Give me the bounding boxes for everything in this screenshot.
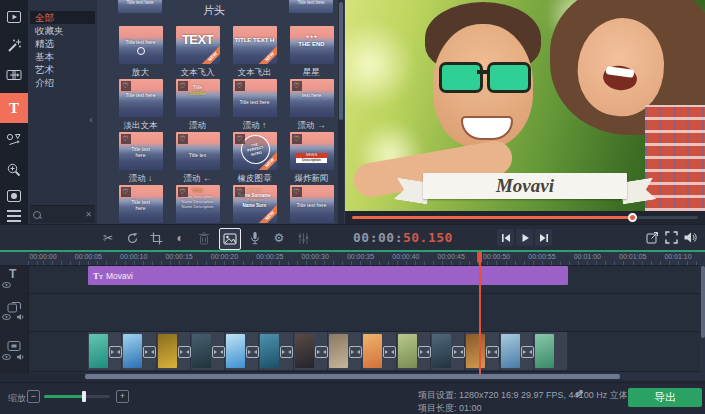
collapse-panel-chevron-icon[interactable]: ‹ (86, 110, 96, 128)
vertical-scrollbar-thumb[interactable] (701, 266, 705, 338)
zoom-in-button[interactable]: + (116, 390, 129, 403)
gallery-scrollbar-thumb[interactable] (339, 2, 343, 120)
transition-icon[interactable] (486, 346, 499, 358)
transition-icon[interactable] (521, 346, 534, 358)
video-clip[interactable] (431, 332, 465, 370)
video-clip[interactable] (397, 332, 431, 370)
category-item[interactable]: 全部 (30, 11, 95, 24)
favorite-heart-icon[interactable]: ♡ (235, 134, 245, 144)
template-item[interactable]: ♡Title text here漂动 ↑ (226, 79, 283, 132)
favorite-heart-icon[interactable]: ♡ (121, 81, 131, 91)
video-track-mute-icon[interactable] (16, 353, 25, 361)
volume-icon[interactable] (683, 230, 698, 245)
record-audio-icon[interactable] (245, 228, 265, 248)
transition-icon[interactable] (349, 346, 362, 358)
partial-thumbnail[interactable]: Title text here (118, 0, 162, 13)
template-item[interactable]: ♡Title texthere漂动 ↓ (112, 132, 169, 185)
playhead-line[interactable] (479, 252, 481, 374)
callouts-icon[interactable] (0, 126, 28, 154)
clear-search-icon[interactable]: ✕ (85, 210, 92, 219)
filters-wand-icon[interactable] (0, 32, 28, 60)
crop-icon[interactable] (146, 228, 166, 248)
template-item[interactable]: ♡Title tex漂动 ← (169, 132, 226, 185)
horizontal-scrollbar-thumb[interactable] (85, 374, 620, 379)
template-item[interactable]: ♡Title text here (283, 185, 340, 223)
favorite-heart-icon[interactable]: ♡ (178, 81, 188, 91)
template-item[interactable]: ♡Title text here淡出文本 (112, 79, 169, 132)
category-item[interactable]: 收藏夹 (30, 24, 95, 37)
favorite-heart-icon[interactable]: ♡ (235, 81, 245, 91)
next-frame-button[interactable] (535, 229, 552, 246)
linked-track-mute-icon[interactable] (16, 313, 25, 321)
favorite-heart-icon[interactable]: ♡ (292, 81, 302, 91)
split-icon[interactable]: ✂ (98, 228, 118, 248)
template-item[interactable]: Title text here放大 (112, 26, 169, 79)
template-item[interactable]: ♡THEPERFECTINTRONEW橡皮图章 (226, 132, 283, 185)
video-clip[interactable] (259, 332, 293, 370)
template-item[interactable]: ♡TitleSubtitle漂动 (169, 79, 226, 132)
titles-icon[interactable]: T (0, 93, 28, 123)
transition-icon[interactable] (212, 346, 225, 358)
template-item[interactable]: THE END星星 (283, 26, 340, 79)
media-icon[interactable] (0, 3, 28, 31)
previous-frame-button[interactable] (497, 229, 514, 246)
share-icon[interactable] (645, 230, 660, 245)
video-clip[interactable] (294, 332, 328, 370)
delete-icon[interactable] (194, 228, 214, 248)
transition-icon[interactable] (143, 346, 156, 358)
rotate-icon[interactable] (122, 228, 142, 248)
favorite-heart-icon[interactable]: ♡ (292, 187, 302, 197)
transition-icon[interactable] (178, 346, 191, 358)
video-track-eye-icon[interactable] (2, 354, 11, 360)
transitions-icon[interactable] (0, 61, 28, 89)
template-item[interactable]: TITLE TEXT HNEW文本飞出 (226, 26, 283, 79)
template-item[interactable]: TEXTNEW文本飞入 (169, 26, 226, 79)
transition-icon[interactable] (315, 346, 328, 358)
transition-icon[interactable] (418, 346, 431, 358)
transition-icon[interactable] (246, 346, 259, 358)
video-clip[interactable] (465, 332, 499, 370)
video-clip[interactable] (157, 332, 191, 370)
edit-settings-pencil-icon[interactable]: ✎ (572, 389, 585, 398)
audio-levels-icon[interactable] (293, 228, 313, 248)
category-item[interactable]: 基本 (30, 50, 95, 63)
play-button[interactable] (516, 229, 533, 246)
template-item[interactable]: ♡DirectorName SurnameProducerName SurnNE… (226, 185, 283, 223)
template-item[interactable]: ♡TitleName DescriptionName DescriptionNa… (169, 185, 226, 223)
clip-properties-icon[interactable]: ⚙ (269, 228, 289, 248)
category-item[interactable]: 精选 (30, 37, 95, 50)
video-clip[interactable] (122, 332, 156, 370)
linked-track-eye-icon[interactable] (2, 314, 11, 320)
favorite-heart-icon[interactable]: ♡ (121, 134, 131, 144)
favorite-heart-icon[interactable]: ♡ (235, 187, 245, 197)
transition-icon[interactable] (280, 346, 293, 358)
title-track-eye-icon[interactable] (2, 282, 11, 288)
template-item[interactable]: ♡NEWSDescription爆炸新闻 (283, 132, 340, 185)
partial-thumbnail[interactable]: Title text here (289, 0, 333, 13)
transition-icon[interactable] (452, 346, 465, 358)
video-clip[interactable] (328, 332, 362, 370)
category-item[interactable]: 介绍 (30, 76, 95, 89)
video-clip[interactable] (362, 332, 396, 370)
favorite-heart-icon[interactable]: ♡ (121, 187, 131, 197)
favorite-heart-icon[interactable]: ♡ (178, 134, 188, 144)
template-item[interactable]: ♡text here漂动 → (283, 79, 340, 132)
favorite-heart-icon[interactable]: ♡ (178, 187, 188, 197)
pan-zoom-icon[interactable] (0, 156, 28, 184)
video-clip[interactable] (88, 332, 122, 370)
template-item[interactable]: ♡Title texthere (112, 185, 169, 223)
video-clip[interactable] (500, 332, 534, 370)
video-clip[interactable] (225, 332, 259, 370)
color-adjustments-icon[interactable]: ◐ (170, 228, 190, 248)
fullscreen-icon[interactable] (664, 230, 679, 245)
favorite-heart-icon[interactable]: ♡ (292, 134, 302, 144)
zoom-out-button[interactable]: − (27, 390, 40, 403)
category-item[interactable]: 艺术 (30, 63, 95, 76)
title-clip[interactable]: TT Movavi (88, 266, 568, 285)
search-input[interactable] (44, 209, 85, 220)
video-clip[interactable] (534, 332, 568, 370)
transition-icon[interactable] (109, 346, 122, 358)
image-properties-icon[interactable] (219, 228, 241, 250)
video-clip[interactable] (191, 332, 225, 370)
export-button[interactable]: 导出 (628, 388, 702, 407)
